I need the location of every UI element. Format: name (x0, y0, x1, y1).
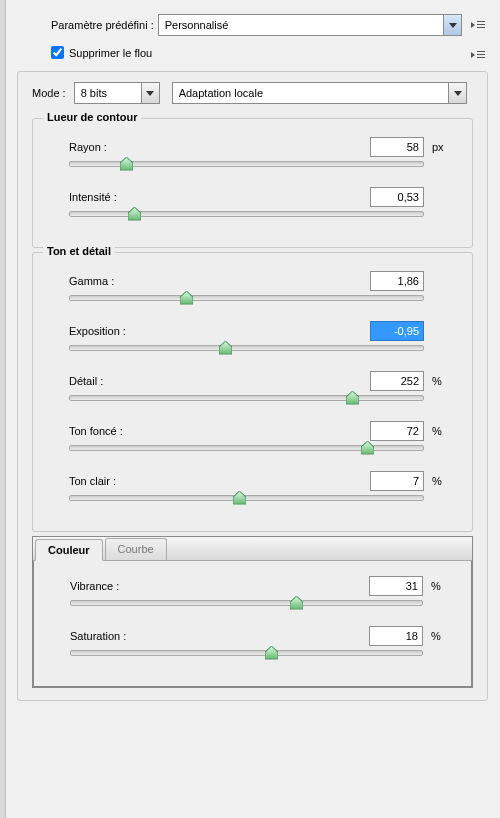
color-curve-group: Couleur Courbe Vibrance : % Saturation :… (32, 536, 473, 688)
mode-label: Mode : (32, 87, 66, 99)
highlight-label: Ton clair : (69, 475, 370, 487)
method-value: Adaptation locale (179, 87, 263, 99)
tone-detail-title: Ton et détail (43, 245, 115, 257)
preset-dropdown[interactable]: Personnalisé (158, 14, 462, 36)
menu-icon (471, 20, 485, 30)
vibrance-track[interactable] (70, 600, 423, 606)
preset-value: Personnalisé (165, 19, 229, 31)
radius-track[interactable] (69, 161, 424, 167)
shadow-label: Ton foncé : (69, 425, 370, 437)
gamma-input[interactable] (370, 271, 424, 291)
gamma-slider-block: Gamma : (69, 271, 452, 301)
preset-menu-button[interactable] (468, 20, 488, 30)
vibrance-input[interactable] (369, 576, 423, 596)
exposure-track[interactable] (69, 345, 424, 351)
bits-value: 8 bits (81, 87, 107, 99)
strength-track[interactable] (69, 211, 424, 217)
exposure-slider-block: Exposition : (69, 321, 452, 351)
highlight-track[interactable] (69, 495, 424, 501)
tabs-head: Couleur Courbe (33, 537, 472, 561)
exposure-input[interactable] (370, 321, 424, 341)
detail-slider-block: Détail : % (69, 371, 452, 401)
tab-color[interactable]: Couleur (35, 539, 103, 561)
radius-label: Rayon : (69, 141, 370, 153)
settings-group: Mode : 8 bits Adaptation locale Lueur de… (17, 71, 488, 701)
slider-thumb-icon[interactable] (361, 441, 374, 455)
slider-thumb-icon[interactable] (346, 391, 359, 405)
vibrance-unit: % (431, 580, 451, 592)
remove-blur-label: Supprimer le flou (69, 47, 152, 59)
highlight-slider-block: Ton clair : % (69, 471, 452, 501)
radius-unit: px (432, 141, 452, 153)
slider-thumb-icon[interactable] (219, 341, 232, 355)
edge-glow-title: Lueur de contour (43, 111, 141, 123)
detail-label: Détail : (69, 375, 370, 387)
saturation-slider-block: Saturation : % (70, 626, 451, 656)
remove-blur-input[interactable] (51, 46, 64, 59)
strength-input[interactable] (370, 187, 424, 207)
gamma-label: Gamma : (69, 275, 370, 287)
vibrance-label: Vibrance : (70, 580, 369, 592)
saturation-track[interactable] (70, 650, 423, 656)
preset-label: Paramètre prédéfini : (17, 19, 154, 31)
remove-blur-row: Supprimer le flou (17, 46, 488, 63)
shadow-input[interactable] (370, 421, 424, 441)
hdr-toning-panel: Paramètre prédéfini : Personnalisé Suppr… (7, 0, 498, 818)
slider-thumb-icon[interactable] (128, 207, 141, 221)
chevron-down-icon (443, 15, 461, 35)
slider-thumb-icon[interactable] (233, 491, 246, 505)
slider-thumb-icon[interactable] (180, 291, 193, 305)
radius-input[interactable] (370, 137, 424, 157)
shadow-slider-block: Ton foncé : % (69, 421, 452, 451)
tab-curve[interactable]: Courbe (105, 538, 167, 560)
bits-dropdown[interactable]: 8 bits (74, 82, 160, 104)
saturation-label: Saturation : (70, 630, 369, 642)
tone-detail-group: Ton et détail Gamma : Exposition : (32, 252, 473, 532)
preset-row: Paramètre prédéfini : Personnalisé (17, 14, 488, 36)
detail-track[interactable] (69, 395, 424, 401)
remove-blur-menu-button[interactable] (468, 50, 488, 60)
detail-input[interactable] (370, 371, 424, 391)
panel-left-border (0, 0, 6, 818)
gamma-track[interactable] (69, 295, 424, 301)
slider-thumb-icon[interactable] (120, 157, 133, 171)
edge-glow-group: Lueur de contour Rayon : px Int (32, 118, 473, 248)
chevron-down-icon (141, 83, 159, 103)
shadow-unit: % (432, 425, 452, 437)
shadow-track[interactable] (69, 445, 424, 451)
saturation-unit: % (431, 630, 451, 642)
strength-label: Intensité : (69, 191, 370, 203)
mode-row: Mode : 8 bits Adaptation locale (32, 82, 473, 104)
exposure-label: Exposition : (69, 325, 370, 337)
highlight-unit: % (432, 475, 452, 487)
slider-thumb-icon[interactable] (290, 596, 303, 610)
strength-slider-block: Intensité : (69, 187, 452, 217)
vibrance-slider-block: Vibrance : % (70, 576, 451, 606)
detail-unit: % (432, 375, 452, 387)
remove-blur-checkbox[interactable]: Supprimer le flou (51, 46, 152, 59)
saturation-input[interactable] (369, 626, 423, 646)
highlight-input[interactable] (370, 471, 424, 491)
chevron-down-icon (448, 83, 466, 103)
menu-icon (471, 50, 485, 60)
method-dropdown[interactable]: Adaptation locale (172, 82, 467, 104)
slider-thumb-icon[interactable] (265, 646, 278, 660)
radius-slider-block: Rayon : px (69, 137, 452, 167)
